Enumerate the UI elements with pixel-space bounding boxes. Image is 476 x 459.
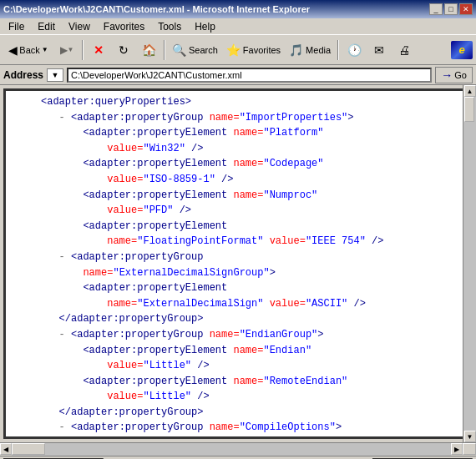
menu-help[interactable]: Help — [190, 19, 220, 34]
title-bar-buttons: _ □ ✕ — [429, 3, 473, 15]
scroll-left-button[interactable]: ◀ — [0, 443, 12, 455]
go-arrow-icon: → — [441, 68, 453, 82]
scroll-track-vertical — [463, 97, 476, 431]
xml-line-7: <adapter:propertyElement name="Numproc" — [11, 188, 458, 204]
xml-line-12: name="ExternalDecimalSignGroup"> — [11, 265, 458, 281]
media-button[interactable]: 🎵 Media — [286, 38, 334, 62]
address-dropdown[interactable]: ▼ — [47, 68, 63, 82]
back-dropdown-icon: ▼ — [42, 46, 48, 53]
xml-line-20: value="Little" /> — [11, 389, 458, 405]
xml-content[interactable]: <adapter:queryProperties> - <adapter:pro… — [3, 88, 463, 439]
xml-line-16: - <adapter:propertyGroup name="EndianGro… — [11, 327, 458, 343]
go-label: Go — [454, 70, 467, 80]
xml-line-4: value="Win32" /> — [11, 141, 458, 157]
address-input[interactable] — [71, 70, 428, 80]
mail-button[interactable]: ✉ — [367, 38, 391, 62]
xml-line-2: - <adapter:propertyGroup name="ImportPro… — [11, 110, 458, 126]
status-bar: ✓ Done 🖥 My Computer — [0, 456, 476, 459]
horizontal-scrollbar: ◀ ▶ — [0, 442, 476, 456]
search-label: Search — [189, 45, 218, 55]
forward-dropdown-icon: ▼ — [68, 46, 74, 53]
xml-line-11: - <adapter:propertyGroup — [11, 250, 458, 265]
back-arrow-icon: ◀ — [8, 43, 18, 57]
favorites-icon: ⭐ — [226, 43, 241, 57]
minimize-button[interactable]: _ — [429, 3, 443, 15]
xml-line-22: - <adapter:propertyGroup name="CompileOp… — [11, 420, 458, 436]
maximize-button[interactable]: □ — [444, 3, 458, 15]
xml-line-14: name="ExternalDecimalSign" value="ASCII"… — [11, 296, 458, 312]
scroll-thumb-vertical[interactable] — [464, 97, 474, 122]
menu-bar: File Edit View Favorites Tools Help — [0, 18, 476, 35]
favorites-button[interactable]: ⭐ Favorites — [223, 38, 284, 62]
stop-icon: ✕ — [94, 43, 104, 57]
xml-line-13: <adapter:propertyElement — [11, 280, 458, 296]
content-area: <adapter:queryProperties> - <adapter:pro… — [0, 85, 476, 442]
xml-line-18: value="Little" /> — [11, 358, 458, 374]
address-label: Address — [3, 69, 43, 81]
search-button[interactable]: 🔍 Search — [169, 38, 221, 62]
refresh-button[interactable]: ↻ — [112, 38, 135, 62]
toolbar: ◀ Back ▼ ▶ ▼ ✕ ↻ 🏠 🔍 Search ⭐ Favorites … — [0, 35, 476, 65]
xml-line-21: </adapter:propertyGroup> — [11, 405, 458, 421]
back-label: Back — [19, 45, 39, 55]
back-button[interactable]: ◀ Back ▼ — [3, 38, 53, 62]
stop-button[interactable]: ✕ — [87, 38, 110, 62]
print-button[interactable]: 🖨 — [392, 38, 416, 62]
ie-logo: e — [451, 41, 473, 59]
refresh-icon: ↻ — [119, 43, 129, 57]
forward-button[interactable]: ▶ ▼ — [55, 38, 78, 62]
xml-line-23: <adapter:propertyElement name="Quote" — [11, 436, 458, 439]
vertical-scrollbar[interactable]: ▲ ▼ — [463, 85, 476, 442]
forward-icon: ▶ — [60, 44, 68, 56]
scroll-thumb-horizontal[interactable] — [12, 443, 45, 455]
menu-file[interactable]: File — [3, 19, 29, 34]
scroll-up-button[interactable]: ▲ — [464, 85, 476, 97]
address-dropdown-icon: ▼ — [52, 71, 59, 79]
address-input-wrap — [67, 68, 432, 83]
print-icon: 🖨 — [398, 43, 410, 57]
xml-line-15: </adapter:propertyGroup> — [11, 311, 458, 327]
search-icon: 🔍 — [172, 43, 186, 57]
ie-logo-text: e — [458, 43, 464, 56]
scroll-track-horizontal — [12, 443, 451, 456]
scroll-right-button[interactable]: ▶ — [451, 443, 463, 455]
address-bar: Address ▼ → Go — [0, 65, 476, 85]
favorites-label: Favorites — [243, 45, 281, 55]
history-icon: 🕐 — [347, 43, 362, 57]
history-button[interactable]: 🕐 — [342, 38, 366, 62]
title-bar-text: C:\DeveloperWork\J2CANT\Customer.xml - M… — [3, 4, 310, 14]
toolbar-separator-1 — [82, 40, 84, 60]
xml-line-8: value="PFD" /> — [11, 203, 458, 219]
home-icon: 🏠 — [142, 43, 156, 57]
go-button[interactable]: → Go — [435, 67, 473, 83]
home-button[interactable]: 🏠 — [137, 38, 160, 62]
scroll-corner — [463, 443, 476, 455]
menu-tools[interactable]: Tools — [153, 19, 186, 34]
xml-line-1: <adapter:queryProperties> — [11, 94, 458, 110]
xml-line-6: value="ISO-8859-1" /> — [11, 172, 458, 188]
mail-icon: ✉ — [374, 43, 384, 57]
media-label: Media — [306, 45, 331, 55]
title-bar: C:\DeveloperWork\J2CANT\Customer.xml - M… — [0, 0, 476, 18]
xml-line-19: <adapter:propertyElement name="RemoteEnd… — [11, 374, 458, 390]
menu-view[interactable]: View — [63, 19, 95, 34]
media-icon: 🎵 — [289, 43, 303, 57]
close-button[interactable]: ✕ — [459, 3, 473, 15]
toolbar-separator-3 — [337, 40, 339, 60]
xml-line-17: <adapter:propertyElement name="Endian" — [11, 343, 458, 359]
xml-line-3: <adapter:propertyElement name="Platform" — [11, 125, 458, 141]
scroll-down-button[interactable]: ▼ — [464, 431, 476, 442]
xml-line-9: <adapter:propertyElement — [11, 219, 458, 235]
menu-edit[interactable]: Edit — [33, 19, 60, 34]
xml-line-10: name="FloatingPointFormat" value="IEEE 7… — [11, 234, 458, 250]
toolbar-separator-2 — [164, 40, 165, 60]
xml-line-5: <adapter:propertyElement name="Codepage" — [11, 156, 458, 172]
menu-favorites[interactable]: Favorites — [99, 19, 149, 34]
